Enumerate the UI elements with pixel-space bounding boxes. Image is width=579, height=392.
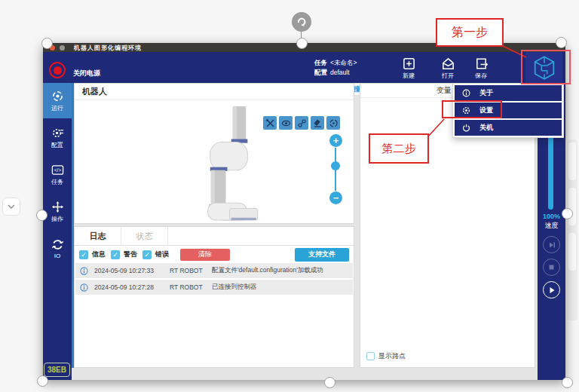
gear-list-icon: [51, 127, 64, 139]
save-button-label: 保存: [475, 72, 487, 80]
log-time: 2024-05-09 10:27:33: [94, 267, 164, 274]
log-message: 配置文件'default.configuration'加载成功: [212, 266, 323, 275]
main-toolbar: 关闭电源 任务<未命名> 配置default 新建 打开 保存: [43, 52, 565, 83]
warning-checkbox[interactable]: ✓: [111, 250, 120, 259]
screenshot-editor-stage: 机器人图形化编程环境 关闭电源 任务<未命名> 配置default 新建 打开 …: [0, 0, 579, 392]
robot-panel-title: 机器人: [75, 84, 354, 100]
sidebar-item-io[interactable]: IO: [43, 231, 72, 266]
log-source: RT ROBOT: [170, 267, 206, 274]
power-icon: [462, 124, 470, 132]
play-icon: [548, 286, 556, 294]
joints-icon: [297, 118, 307, 128]
clear-log-button[interactable]: 清除: [180, 249, 230, 261]
error-checkbox-label: 错误: [155, 250, 169, 259]
svg-text:</>: </>: [54, 167, 61, 173]
visibility-button[interactable]: [279, 116, 293, 130]
log-row[interactable]: 2024-05-09 10:27:33 RT ROBOT 配置文件'defaul…: [75, 263, 353, 278]
run-icon: [51, 90, 64, 103]
task-config-info: 任务<未命名> 配置default: [314, 58, 357, 78]
sidebar-item-operate[interactable]: 操作: [43, 194, 72, 229]
resize-handle-top-center[interactable]: [296, 38, 308, 49]
eraser-button[interactable]: [311, 116, 324, 130]
io-cycle-icon: [51, 238, 64, 251]
joints-button[interactable]: [295, 116, 308, 130]
power-button[interactable]: [49, 62, 66, 78]
resize-handle-mid-left[interactable]: [36, 210, 47, 221]
variables-title: 变量: [437, 85, 452, 96]
info-checkbox-label: 信息: [92, 250, 106, 259]
serial-badge: 38EB: [44, 363, 70, 377]
save-button[interactable]: 保存: [464, 57, 498, 82]
orbit-icon: [329, 118, 339, 128]
log-message: 已连接到控制器: [212, 283, 257, 292]
save-icon: [474, 57, 489, 71]
task-value: <未命名>: [330, 59, 357, 66]
error-checkbox[interactable]: ✓: [142, 250, 152, 259]
log-row[interactable]: 2024-05-09 10:27:28 RT ROBOT 已连接到控制器: [75, 280, 353, 295]
task-label: 任务: [314, 59, 327, 66]
sidebar-item-run[interactable]: 运行: [43, 83, 72, 118]
eye-icon: [281, 118, 291, 128]
tab-status[interactable]: 状态: [121, 227, 168, 245]
menu-item-shutdown[interactable]: 关机: [455, 120, 562, 136]
resize-handle-bottom-left[interactable]: [37, 375, 48, 387]
power-button-label: 关闭电源: [73, 69, 100, 78]
warning-checkbox-label: 警告: [124, 250, 137, 259]
info-icon: [80, 267, 88, 275]
speed-label: 速度: [538, 221, 565, 231]
wrench-icon: [265, 118, 275, 128]
robot-panel: 机器人: [74, 83, 354, 224]
step2-annotation[interactable]: 第二步: [369, 133, 429, 164]
waypoints-label: 显示路点: [378, 351, 406, 361]
window-title: 机器人图形化编程环境: [74, 44, 142, 52]
play-button[interactable]: [543, 281, 560, 299]
code-icon: </>: [51, 164, 64, 176]
viewport-toolbar: [263, 116, 340, 130]
menu-item-label: 关机: [479, 123, 493, 133]
eraser-icon: [313, 118, 323, 128]
editor-collapse-button[interactable]: [2, 198, 20, 216]
menu-item-about[interactable]: 关于: [455, 85, 562, 101]
log-filter-bar: ✓信息 ✓警告 ✓错误 清除 支持文件: [75, 246, 354, 263]
menu-item-label: 关于: [479, 88, 493, 98]
tools-button[interactable]: [263, 116, 277, 130]
info-checkbox[interactable]: ✓: [79, 250, 88, 259]
settings-highlight-rect[interactable]: [442, 100, 502, 118]
window-minimize-icon[interactable]: [60, 45, 65, 51]
resize-handle-mid-right[interactable]: [562, 208, 573, 219]
sidebar-item-label: 操作: [51, 215, 63, 223]
info-icon: [462, 89, 470, 97]
editor-side-palette: [567, 139, 577, 320]
log-source: RT ROBOT: [170, 283, 206, 291]
new-button[interactable]: 新建: [392, 57, 425, 82]
move-arrows-icon: [51, 201, 64, 213]
log-panel: 日志 状态 ✓信息 ✓警告 ✓错误 清除 支持文件 2024-05-09 10:…: [74, 226, 354, 368]
sidebar-item-task[interactable]: </> 任务: [43, 157, 72, 192]
waypoints-checkbox[interactable]: [366, 352, 375, 360]
sidebar-item-config[interactable]: 配置: [43, 120, 72, 155]
orbit-reset-button[interactable]: [326, 116, 340, 130]
step1-annotation[interactable]: 第一步: [436, 18, 504, 47]
stop-button[interactable]: [543, 259, 560, 276]
rotate-handle[interactable]: [292, 12, 311, 32]
show-waypoints-option[interactable]: 显示路点: [366, 351, 406, 361]
sidebar-item-label: 配置: [51, 141, 63, 149]
resize-handle-bottom-center[interactable]: [324, 377, 335, 388]
zoom-slider-knob[interactable]: [331, 161, 340, 170]
info-icon: [80, 283, 88, 292]
resize-handle-top-right[interactable]: [556, 37, 567, 48]
step-run-button[interactable]: [543, 236, 560, 253]
zoom-in-button[interactable]: +: [329, 134, 342, 147]
open-button-label: 打开: [442, 72, 454, 80]
zoom-out-button[interactable]: −: [329, 191, 342, 204]
resize-handle-bottom-right[interactable]: [562, 377, 573, 388]
tab-log[interactable]: 日志: [75, 227, 121, 245]
robot-arm-3d-view[interactable]: [184, 105, 271, 222]
logo-highlight-rect[interactable]: [521, 50, 571, 84]
resize-handle-top-left[interactable]: [41, 38, 53, 49]
step-run-icon: [548, 241, 556, 249]
open-button[interactable]: 打开: [431, 57, 464, 82]
open-icon: [441, 57, 455, 71]
support-files-button[interactable]: 支持文件: [295, 248, 349, 262]
rotate-icon: [296, 17, 307, 27]
